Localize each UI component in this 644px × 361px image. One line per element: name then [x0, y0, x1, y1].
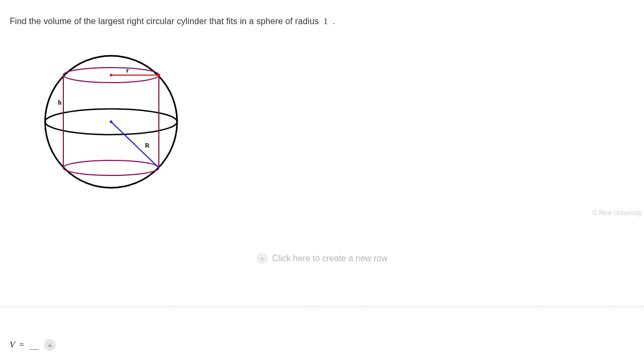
plus-icon: + [257, 253, 268, 264]
add-answer-button[interactable]: + [44, 339, 56, 351]
cylinder-in-sphere-diagram: r h R [40, 51, 182, 193]
add-row-label: Click here to create a new row [272, 254, 387, 263]
R-center-dot [110, 121, 113, 123]
equals-sign: = [19, 340, 24, 350]
copyright-notice: © Rice University [592, 209, 642, 217]
section-divider [0, 306, 644, 310]
question-suffix: . [333, 17, 335, 26]
label-r: r [126, 67, 129, 74]
answer-input[interactable] [29, 341, 39, 350]
question-prefix: Find the volume of the largest right cir… [10, 17, 319, 26]
question-text: Find the volume of the largest right cir… [10, 16, 335, 27]
plus-icon: + [47, 341, 52, 349]
cylinder-bottom-ellipse [63, 160, 159, 175]
label-h: h [58, 99, 62, 106]
add-row-button[interactable]: +Click here to create a new row [0, 253, 644, 264]
question-radius-value: 1 [321, 16, 331, 26]
answer-variable: V [10, 340, 15, 350]
r-center-dot [110, 74, 113, 77]
label-R: R [145, 142, 150, 149]
answer-row: V = + [10, 339, 56, 351]
r-end-dot [158, 74, 160, 77]
